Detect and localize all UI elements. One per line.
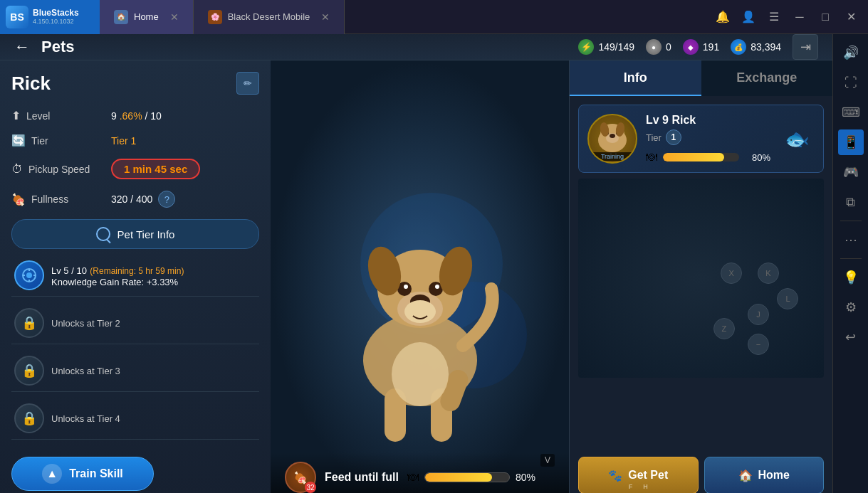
feed-bar-fill	[425, 473, 492, 482]
more-icon[interactable]: ⋯	[838, 227, 864, 253]
body-layout: Rick ✏ ⬆ Level 9 .66% / 10 🔄	[0, 60, 832, 493]
fullscreen-icon[interactable]: ⛶	[838, 70, 864, 95]
fullness-icon: 🍖	[11, 193, 26, 206]
back-button[interactable]: ←	[14, 38, 30, 56]
minimize-icon[interactable]: ─	[791, 9, 808, 26]
skill-1-remaining: (Remaining: 5 hr 59 min)	[90, 266, 184, 276]
content-area: ← Pets ⚡ 149/149 ● 0 ◆ 191 💰 83,394	[0, 34, 832, 493]
sidebar-divider-2	[840, 258, 862, 259]
right-panel-buttons: 🐾 Get Pet F H 🏠 Home	[570, 448, 832, 493]
skill-item-1[interactable]: Lv 5 / 10 (Remaining: 5 hr 59 min) Knowl…	[11, 255, 259, 297]
home-icon: 🏠	[738, 469, 753, 482]
train-icon: ▲	[42, 464, 62, 484]
bluestacks-icon: BS	[6, 6, 28, 28]
grid-node-z[interactable]: Z	[713, 318, 735, 339]
settings-icon[interactable]: ⚙	[838, 295, 864, 320]
train-skill-button[interactable]: ▲ Train Skill	[11, 457, 154, 491]
svg-point-20	[404, 300, 436, 323]
pet-name-row: Rick ✏	[11, 72, 259, 95]
skill-2-name: Unlocks at Tier 2	[51, 318, 120, 329]
skill-1-icon	[14, 260, 44, 290]
skill-1-name: Knowledge Gain Rate: +3.33%	[51, 277, 256, 287]
info-panel: Training Lv 9 Rick Tier 1	[570, 96, 832, 448]
feed-bar-container: 🍽 80%	[407, 471, 535, 484]
gold-stat: 💰 83,394	[731, 39, 781, 55]
feed-bar	[424, 472, 510, 482]
pets-header: ← Pets ⚡ 149/149 ● 0 ◆ 191 💰 83,394	[0, 34, 832, 60]
energy-icon: ⚡	[578, 39, 594, 55]
pet-tier-info-button[interactable]: Pet Tier Info	[11, 219, 259, 249]
account-icon[interactable]: 👤	[740, 9, 757, 26]
tab-home[interactable]: 🏠 Home ✕	[100, 0, 194, 34]
pet-card-info: Lv 9 Rick Tier 1 🍽	[646, 114, 770, 164]
keyboard-icon[interactable]: ⌨	[838, 100, 864, 125]
layers-icon[interactable]: ⧉	[838, 189, 864, 215]
gamepad-icon[interactable]: 🎮	[838, 159, 864, 185]
feed-count: 32	[305, 482, 316, 493]
tab-info[interactable]: Info	[570, 60, 701, 96]
pickup-speed-row: ⏱ Pickup Speed 1 min 45 sec	[11, 156, 259, 182]
page-title: Pets	[41, 38, 74, 56]
notification-icon[interactable]: 🔔	[714, 9, 731, 26]
exit-button[interactable]: ⇥	[793, 34, 818, 60]
pet-image-area	[271, 60, 569, 493]
back-icon[interactable]: ↩	[838, 324, 864, 350]
tier-badge: 1	[666, 129, 681, 145]
pickup-speed-value: 1 min 45 sec	[111, 159, 200, 179]
close-icon[interactable]: ✕	[842, 9, 859, 26]
svg-point-13	[435, 285, 439, 289]
pet-card-progress: 🍽 80%	[646, 151, 770, 164]
bdm-tab-icon: 🌸	[208, 10, 222, 24]
volume-icon[interactable]: 🔊	[838, 40, 864, 65]
sidebar-divider	[840, 221, 862, 221]
svg-point-12	[404, 285, 408, 289]
edit-pet-name-button[interactable]: ✏	[236, 72, 259, 95]
main-layout: ← Pets ⚡ 149/149 ● 0 ◆ 191 💰 83,394	[0, 34, 868, 493]
svg-point-1	[26, 272, 32, 278]
feed-overlay: 🍖 32 Feed until full 🍽 80% V	[271, 452, 569, 493]
bluestacks-logo: BS BlueStacks 4.150.10.1032	[0, 0, 100, 34]
skill-3-icon: 🔒	[14, 356, 44, 386]
light-icon[interactable]: 💡	[838, 265, 864, 290]
pickup-icon: ⏱	[11, 163, 23, 176]
tab-exchange[interactable]: Exchange	[701, 60, 833, 96]
grid-bg	[578, 179, 824, 378]
grid-node-k[interactable]: K	[758, 263, 779, 284]
pet-card-tier: Tier 1	[646, 129, 770, 145]
skill-3-name: Unlocks at Tier 3	[51, 366, 120, 376]
pet-name: Rick	[11, 73, 51, 95]
progress-label: 80%	[745, 152, 770, 163]
currency-icon: ●	[646, 39, 662, 55]
fullness-value: 320 / 400	[111, 194, 152, 205]
skill-item-2: 🔒 Unlocks at Tier 2	[11, 302, 259, 344]
help-button[interactable]: ?	[158, 191, 175, 208]
right-panel-tabs: Info Exchange	[570, 60, 832, 96]
tier-icon: 🔄	[11, 134, 26, 147]
level-icon: ⬆	[11, 109, 21, 122]
skills-grid: X K L J Z −	[578, 179, 824, 378]
bottom-buttons: ▲ Train Skill	[11, 445, 259, 491]
gold-icon: 💰	[731, 39, 746, 55]
home-tab-icon: 🏠	[114, 10, 128, 24]
pet-card-thumb: 🐟	[779, 121, 815, 157]
purple-icon: ◆	[683, 39, 699, 55]
feed-until-full-label: Feed until full	[325, 471, 399, 484]
v-shortcut: V	[540, 454, 555, 467]
home-button[interactable]: 🏠 Home	[704, 457, 825, 493]
phone-icon[interactable]: 📱	[838, 129, 864, 155]
grid-node-x[interactable]: X	[721, 263, 742, 284]
center-panel: 🍖 32 Feed until full 🍽 80% V	[271, 60, 569, 493]
maximize-icon[interactable]: □	[817, 9, 834, 26]
pet-image	[320, 189, 520, 460]
skill-2-icon: 🔒	[14, 308, 44, 338]
level-row: ⬆ Level 9 .66% / 10	[11, 106, 259, 125]
tab-bdm[interactable]: 🌸 Black Desert Mobile ✕	[194, 0, 345, 34]
fullness-row: 🍖 Fullness 320 / 400 ?	[11, 188, 259, 211]
topbar-right: 🔔 👤 ☰ ─ □ ✕	[714, 9, 868, 26]
menu-icon[interactable]: ☰	[765, 9, 783, 26]
progress-fill	[663, 153, 724, 161]
get-pet-button[interactable]: 🐾 Get Pet F H	[578, 457, 699, 493]
skill-item-3: 🔒 Unlocks at Tier 3	[11, 350, 259, 392]
left-panel: Rick ✏ ⬆ Level 9 .66% / 10 🔄	[0, 60, 271, 493]
pet-card-name: Lv 9 Rick	[646, 114, 770, 127]
